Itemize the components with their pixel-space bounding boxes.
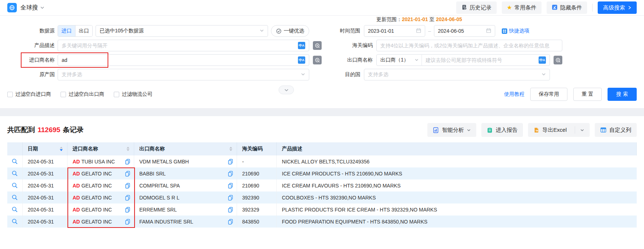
arrow-right-icon (628, 5, 631, 10)
table-row[interactable]: 2024-05-31 AD GELATO INC COMPRITAL SPA 2… (7, 179, 637, 191)
customs-code-label: 海关编码 (336, 42, 373, 49)
reset-button[interactable]: 重 置 (573, 88, 602, 101)
sort-icons-date[interactable] (60, 147, 63, 151)
collapse-form-button[interactable] (279, 86, 294, 94)
exporter-name-text: DOMOGEL S R L (139, 195, 179, 201)
custom-columns-label: 自定义列 (609, 127, 631, 134)
row-importer-cell: AD GELATO INC (67, 167, 134, 179)
chevron-down-icon (542, 72, 546, 78)
importer-match-highlight: AD (73, 195, 80, 201)
header-exporter[interactable]: 出口商名称 (134, 142, 237, 155)
filter-blank-exporter-label: 过滤空白出口商 (69, 91, 104, 98)
sort-icons-exporter[interactable] (229, 147, 232, 151)
favorites-button[interactable]: ★ 常用条件 (502, 1, 542, 14)
row-search-cell (7, 216, 23, 228)
start-date-input[interactable]: 2023-01-01 (364, 25, 425, 37)
row-hs-code-cell: - (237, 155, 277, 167)
header-date[interactable]: 日期 (23, 142, 67, 155)
export-excel-button[interactable]: 导出Excel (528, 123, 590, 137)
magnifier-icon[interactable] (12, 158, 18, 165)
checkbox-icon (7, 92, 13, 97)
importer-match-highlight: AD (73, 171, 80, 177)
importer-name-input[interactable] (62, 55, 296, 66)
exact-match-toggle-button[interactable] (313, 41, 322, 50)
row-exporter-cell: COMPRITAL SPA (134, 179, 237, 191)
row-search-cell (7, 203, 23, 216)
importer-name-text: GELATO INC (81, 171, 112, 177)
sort-icons-importer[interactable] (127, 147, 129, 151)
copy-icon[interactable] (125, 219, 130, 225)
row-date-cell: 2024-05-31 (23, 155, 67, 167)
copy-icon[interactable] (228, 195, 233, 201)
magnifier-icon[interactable] (12, 206, 18, 213)
translate-icon[interactable]: 中A (298, 42, 305, 49)
row-exporter-cell: VDM METALS GMBH (134, 155, 237, 167)
tab-export[interactable]: 出口 (75, 25, 92, 36)
export-excel-label: 导出Excel (542, 127, 567, 134)
import-export-tabs: 进口 出口 (58, 25, 93, 37)
copy-icon[interactable] (228, 207, 233, 213)
row-date-cell: 2024-05-31 (23, 191, 67, 203)
quick-options-link[interactable]: 快捷选项 (502, 28, 529, 34)
copy-icon[interactable] (228, 159, 233, 165)
importer-match-highlight: AD (73, 219, 80, 225)
one-click-optimize-button[interactable]: 一键优选 (271, 25, 309, 37)
exact-match-toggle-button[interactable] (554, 56, 562, 64)
tab-import[interactable]: 进口 (58, 25, 75, 36)
copy-icon[interactable] (228, 219, 233, 225)
product-desc-input[interactable] (62, 40, 296, 51)
origin-country-select[interactable]: 支持多选 (58, 69, 309, 80)
data-source-select[interactable]: 已选中105个数据源 (96, 25, 268, 37)
translate-icon[interactable]: 中A (298, 56, 305, 64)
row-exporter-cell: ERREMME SRL (134, 203, 237, 216)
filter-blank-importer-checkbox[interactable]: 过滤空白进口商 (7, 91, 51, 98)
magnifier-icon[interactable] (12, 170, 18, 177)
export-options-chevron[interactable] (575, 126, 584, 134)
row-search-cell (7, 179, 23, 191)
search-button[interactable]: 搜 索 (608, 88, 637, 101)
header-product-desc: 产品描述 (277, 142, 637, 155)
magnifier-icon[interactable] (12, 194, 18, 201)
end-date-input[interactable]: 2024-06-05 (434, 25, 495, 37)
magnifier-icon[interactable] (12, 182, 18, 189)
table-row[interactable]: 2024-05-31 AD GELATO INC DOMOGEL S R L 3… (7, 191, 637, 203)
save-favorite-button[interactable]: 保存常用 (530, 88, 567, 101)
topbar: 全球搜 历史记录 ★ 常用条件 隐藏条件 高级搜索 (0, 0, 644, 16)
magnifier-icon[interactable] (12, 218, 18, 225)
smart-analysis-button[interactable]: 智能分析 (427, 123, 476, 137)
copy-icon[interactable] (228, 171, 233, 177)
exact-match-toggle-button[interactable] (313, 56, 322, 64)
copy-icon[interactable] (125, 159, 130, 165)
hide-conditions-button[interactable]: 隐藏条件 (547, 1, 587, 14)
header-importer[interactable]: 进口商名称 (67, 142, 134, 155)
importer-name-label: 进口商名称 (7, 57, 55, 63)
dest-country-label: 目的国 (324, 71, 360, 78)
table-row[interactable]: 2024-05-31 AD GELATO INC BABBI SRL 21069… (7, 167, 637, 179)
enter-report-button[interactable]: 进入报告 (481, 123, 523, 137)
copy-icon[interactable] (125, 195, 130, 201)
filter-blank-exporter-checkbox[interactable]: 过滤空白出口商 (61, 91, 104, 98)
collapse-panel-icon (552, 4, 558, 11)
chevron-down-icon (301, 72, 305, 78)
advanced-search-button[interactable]: 高级搜索 (598, 1, 637, 14)
importer-name-text: GELATO INC (81, 195, 112, 201)
copy-icon[interactable] (228, 183, 233, 189)
translate-icon[interactable]: 中A (539, 56, 546, 64)
custom-columns-button[interactable]: 自定义列 (595, 123, 637, 137)
table-row[interactable]: 2024-05-31 AD GELATO INC ERREMME SRL 392… (7, 203, 637, 216)
chevron-down-icon[interactable] (40, 5, 44, 10)
copy-icon[interactable] (125, 207, 130, 213)
history-button[interactable]: 历史记录 (456, 1, 497, 14)
table-row[interactable]: 2024-05-31 AD TUBI USA INC VDM METALS GM… (7, 155, 637, 167)
customs-code-input[interactable] (380, 40, 558, 51)
time-range-label: 时间范围 (324, 28, 360, 34)
table-row[interactable]: 2024-05-31 AD GELATO INC FAMA INDUSTRIE … (7, 216, 637, 228)
copy-icon[interactable] (125, 183, 130, 189)
dest-country-select[interactable]: 支持多选 (364, 69, 550, 80)
copy-icon[interactable] (125, 171, 130, 177)
row-exporter-cell: FAMA INDUSTRIE SRL (134, 216, 237, 228)
exporter-type-select[interactable]: 出口商（1） (380, 54, 422, 66)
exporter-name-input[interactable] (422, 55, 536, 66)
filter-logistics-checkbox[interactable]: 过滤物流公司 (114, 91, 152, 98)
tutorial-link[interactable]: 使用教程 (504, 91, 524, 98)
